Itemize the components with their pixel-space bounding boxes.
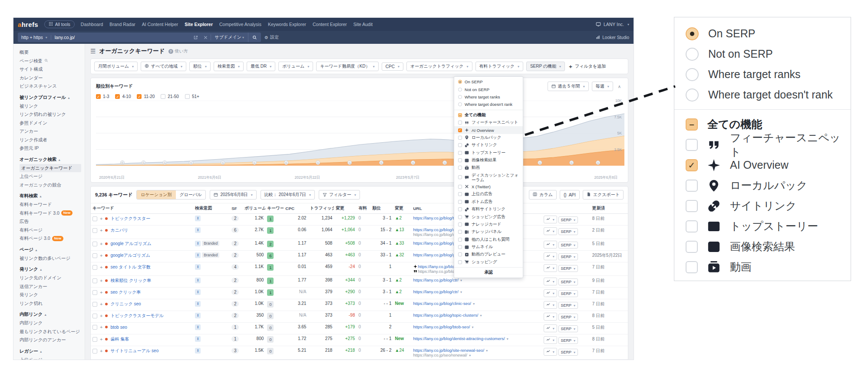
column-header-更新済[interactable]: 更新済 xyxy=(591,203,628,214)
compare-date-button[interactable]: 比較： 2024年6月7日 ▾ xyxy=(261,190,315,200)
sidebar-item-上位ページ[interactable]: 上位ページ xyxy=(20,172,85,181)
google-update-marker[interactable]: G xyxy=(316,161,320,165)
protocol-select[interactable]: http + https ▾ xyxy=(18,35,51,40)
filter-button-SERP の機能[interactable]: SERP の機能▾ xyxy=(526,62,565,71)
expand-plus-icon[interactable]: + xyxy=(100,228,102,233)
sidebar-item-発リンク[interactable]: 発リンク xyxy=(20,291,85,299)
serp-button[interactable]: SERP▾ xyxy=(558,228,578,235)
column-header-有料[interactable]: 有料 xyxy=(356,203,370,214)
google-update-marker[interactable]: G xyxy=(596,161,600,165)
serp-button[interactable]: SERP▾ xyxy=(558,216,578,223)
expand-plus-icon[interactable]: + xyxy=(100,290,102,295)
dropdown-radio-Not on SERP[interactable]: Not on SERP xyxy=(454,85,523,93)
sidebar-item-リンク切れ[interactable]: リンク切れ xyxy=(20,299,85,308)
keyword-link[interactable]: 検索順位 クリック率 xyxy=(110,278,151,284)
row-checkbox[interactable] xyxy=(92,216,97,221)
sidebar-item-被リンク数の多いページ[interactable]: 被リンク数の多いページ xyxy=(20,254,85,263)
sidebar-item-送信アンカー[interactable]: 送信アンカー xyxy=(20,282,85,291)
keyword-link[interactable]: googleアルゴリズム xyxy=(110,252,150,259)
serp-button[interactable]: SERP▾ xyxy=(558,290,578,297)
position-history-button[interactable]: ▾ xyxy=(544,227,557,235)
dropdown-radio-On SERP[interactable]: On SERP xyxy=(454,78,523,85)
dropdown-feature-他の人はこれも質問[interactable]: ?他の人はこれも質問 xyxy=(454,236,523,243)
account-menu[interactable]: LANY Inc. ▾ xyxy=(596,22,629,27)
google-update-marker[interactable]: G xyxy=(163,161,167,165)
sidebar-item-被リンク[interactable]: 被リンク xyxy=(20,102,85,111)
google-update-marker[interactable]: G xyxy=(253,161,257,165)
search-button[interactable] xyxy=(248,33,261,42)
row-checkbox[interactable] xyxy=(92,337,97,342)
keyword-link[interactable]: トピッククラスターモデル xyxy=(110,313,164,319)
filter-button-オーガニックトラフィック[interactable]: オーガニックトラフィック▾ xyxy=(406,62,472,71)
filter-button-有料トラフィック[interactable]: 有料トラフィック▾ xyxy=(475,62,523,71)
position-history-button[interactable]: ▾ xyxy=(544,278,557,285)
google-update-marker[interactable]: G xyxy=(120,161,124,165)
nav-item-keywords-explorer[interactable]: Keywords Explorer xyxy=(268,22,306,27)
serp-button[interactable]: SERP▾ xyxy=(558,349,578,356)
row-checkbox[interactable] xyxy=(92,314,97,318)
expand-plus-icon[interactable]: + xyxy=(100,348,102,354)
position-history-button[interactable]: ▾ xyxy=(544,301,557,309)
legend-checkbox-1-3[interactable]: ✓1-3 xyxy=(96,94,109,99)
dropdown-radio-Where target ranks[interactable]: Where target ranks xyxy=(454,93,523,101)
url-link[interactable]: https://lany.co.jp/blog/dentist-attracti… xyxy=(413,336,505,341)
hamburger-icon[interactable]: ☰ xyxy=(90,48,96,55)
legend-checkbox-21-50[interactable]: 21-50 xyxy=(161,94,179,99)
filter-button-ボリューム[interactable]: ボリューム▾ xyxy=(278,62,313,71)
serp-button[interactable]: SERP▾ xyxy=(558,325,578,332)
all-tools-button[interactable]: All tools xyxy=(44,20,75,28)
sidebar-item-リンク切れの被リンク[interactable]: リンク切れの被リンク xyxy=(20,110,85,119)
nav-item-site-audit[interactable]: Site Audit xyxy=(353,22,373,27)
toolbar-button-カラム[interactable]: カラム xyxy=(529,190,557,200)
position-history-button[interactable]: ▾ xyxy=(544,324,557,332)
dropdown-feature-AI Overview[interactable]: ✓AI Overview xyxy=(454,126,523,134)
google-update-marker[interactable]: G xyxy=(380,161,383,165)
google-update-marker[interactable]: G xyxy=(570,161,574,165)
row-checkbox[interactable] xyxy=(92,278,97,283)
dropdown-feature-フィーチャースニペット[interactable]: フィーチャースニペット xyxy=(454,119,523,126)
sidebar-section-内部リンク[interactable]: 内部リンク▲ xyxy=(20,311,85,318)
expand-plus-icon[interactable]: + xyxy=(100,216,102,221)
keyword-link[interactable]: google アルゴリズム xyxy=(110,241,151,247)
dropdown-feature-サムネイル[interactable]: サムネイル xyxy=(454,243,523,251)
keyword-link[interactable]: btob seo xyxy=(110,325,127,330)
row-checkbox[interactable] xyxy=(92,242,97,246)
google-update-marker[interactable]: G xyxy=(284,161,288,165)
filter-button-すべての地域[interactable]: すべての地域▾ xyxy=(141,62,186,71)
keyword-link[interactable]: トピッククラスター xyxy=(110,216,150,222)
dropdown-feature-ローカルパック[interactable]: ローカルパック xyxy=(454,134,523,141)
position-history-button[interactable]: ▾ xyxy=(544,252,557,260)
position-history-button[interactable]: ▾ xyxy=(544,216,557,223)
column-header-キーワード難易度（KD）[interactable]: キーワード難易度（KD） xyxy=(265,203,284,214)
sidebar-item-ページ検査[interactable]: ページ検査 xyxy=(20,57,85,65)
dropdown-feature-動画[interactable]: 動画 xyxy=(454,164,523,171)
url-link[interactable]: https://lany.co.jp/blog/clinic-seo/ xyxy=(413,301,471,306)
url-link[interactable]: https://lany.co.jp/seo/renewal/ xyxy=(413,353,467,357)
dropdown-feature-ナレッジカード[interactable]: ナレッジカード xyxy=(454,221,523,228)
filter-button-順位[interactable]: 順位▾ xyxy=(189,62,211,71)
column-header-変更[interactable]: 変更 xyxy=(334,203,356,214)
keyword-link[interactable]: 歯科 集客 xyxy=(110,336,129,342)
url-link[interactable]: https://lany.co.jp/blog/topic-clusters/ xyxy=(413,313,479,318)
legend-checkbox-11-20[interactable]: ✓11-20 xyxy=(137,94,155,99)
dropdown-feature-X (Twitter)[interactable]: X (Twitter) xyxy=(454,183,523,190)
column-header-キーワード[interactable]: キーワード xyxy=(91,203,193,214)
sidebar-item-上位ページ[interactable]: 上位ページ xyxy=(20,356,85,360)
dropdown-feature-ショッピング[interactable]: ショッピング xyxy=(454,259,523,266)
collapse-chart-icon[interactable]: ∧ xyxy=(616,84,623,89)
expand-plus-icon[interactable]: + xyxy=(100,253,102,258)
sidebar-item-最もリンクされているページ[interactable]: 最もリンクされているページ xyxy=(20,327,85,336)
dropdown-feature-有料サイトリンク[interactable]: 有料サイトリンク xyxy=(454,206,523,213)
row-checkbox[interactable] xyxy=(92,349,97,354)
expand-plus-icon[interactable]: + xyxy=(100,324,102,330)
looker-studio-link[interactable]: Looker Studio xyxy=(596,35,629,40)
sidebar-section-被リンクプロフィール[interactable]: 被リンクプロフィール▲ xyxy=(20,95,85,101)
sidebar-item-内部リンクのアンカー[interactable]: 内部リンクのアンカー xyxy=(20,336,85,344)
dropdown-feature-ショッピング広告[interactable]: ショッピング広告 xyxy=(454,213,523,220)
serp-button[interactable]: SERP▾ xyxy=(558,278,578,285)
dropdown-feature-動画のプレビュー[interactable]: 動画のプレビュー xyxy=(454,251,523,258)
sidebar-item-有料ページ 3.0[interactable]: 有料ページ 3.0New xyxy=(20,234,85,243)
help-link[interactable]: ? 使い方 xyxy=(168,48,188,54)
clear-icon[interactable] xyxy=(201,35,211,40)
row-checkbox[interactable] xyxy=(92,265,97,270)
